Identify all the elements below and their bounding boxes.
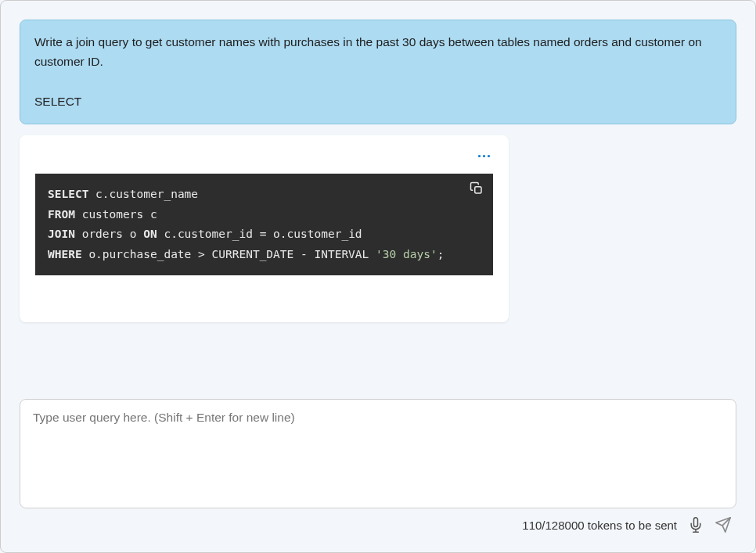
send-icon xyxy=(715,516,732,533)
code-string: '30 days' xyxy=(376,248,437,260)
code-keyword: FROM xyxy=(48,208,75,221)
user-message: Write a join query to get customer names… xyxy=(20,20,736,124)
code-line-4: WHERE o.purchase_date > CURRENT_DATE - I… xyxy=(48,245,481,264)
copy-button[interactable] xyxy=(470,181,484,202)
code-text: c.customer_id = o.customer_id xyxy=(157,228,362,240)
code-keyword: ON xyxy=(143,228,157,240)
code-line-3: JOIN orders o ON c.customer_id = o.custo… xyxy=(48,224,481,244)
svg-rect-0 xyxy=(475,187,481,193)
copy-icon xyxy=(470,181,484,196)
send-button[interactable] xyxy=(715,516,732,533)
chat-container: Write a join query to get customer names… xyxy=(1,1,755,552)
code-text: orders o xyxy=(75,228,143,240)
token-count: 110/128000 tokens to be sent xyxy=(522,519,677,532)
user-prompt-text: Write a join query to get customer names… xyxy=(34,33,722,72)
code-line-1: SELECT c.customer_name xyxy=(48,185,481,204)
more-options-button[interactable]: ... xyxy=(477,149,491,161)
code-keyword: SELECT xyxy=(48,188,88,200)
code-keyword: WHERE xyxy=(48,248,82,260)
code-keyword: JOIN xyxy=(48,228,75,240)
code-text: customers c xyxy=(75,208,157,221)
assistant-message: ... SELECT c.customer_name FROM customer… xyxy=(20,135,509,322)
assistant-header: ... xyxy=(20,135,509,169)
query-input[interactable] xyxy=(33,411,723,497)
input-area[interactable] xyxy=(20,399,736,508)
code-block: SELECT c.customer_name FROM customers c … xyxy=(35,174,493,275)
spacer xyxy=(34,72,722,92)
code-line-2: FROM customers c xyxy=(48,205,481,224)
user-prompt-suffix: SELECT xyxy=(34,92,722,112)
code-text: o.purchase_date > CURRENT_DATE - INTERVA… xyxy=(82,248,376,260)
footer: 110/128000 tokens to be sent xyxy=(20,516,736,533)
spacer xyxy=(20,322,736,399)
microphone-button[interactable] xyxy=(688,517,704,533)
code-text: ; xyxy=(437,248,445,260)
code-text: c.customer_name xyxy=(88,188,198,200)
microphone-icon xyxy=(688,517,704,533)
